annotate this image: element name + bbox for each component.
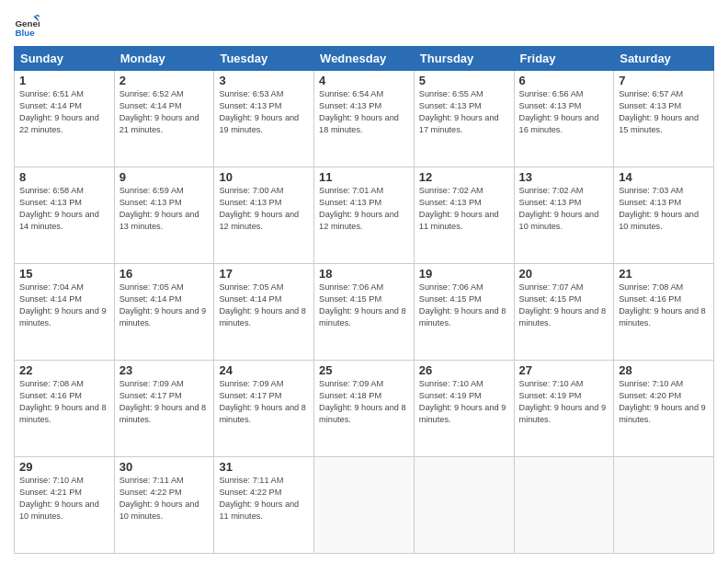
day-number: 9: [119, 170, 210, 184]
day-cell: 28 Sunrise: 7:10 AMSunset: 4:20 PMDaylig…: [614, 361, 714, 457]
day-cell: 18 Sunrise: 7:06 AMSunset: 4:15 PMDaylig…: [314, 264, 415, 361]
day-info: Sunrise: 6:52 AMSunset: 4:14 PMDaylight:…: [119, 89, 199, 134]
week-row-5: 29 Sunrise: 7:10 AMSunset: 4:21 PMDaylig…: [15, 457, 714, 554]
day-info: Sunrise: 6:51 AMSunset: 4:14 PMDaylight:…: [19, 89, 99, 134]
day-cell: 2 Sunrise: 6:52 AMSunset: 4:14 PMDayligh…: [114, 71, 214, 167]
day-info: Sunrise: 7:10 AMSunset: 4:20 PMDaylight:…: [619, 379, 706, 424]
day-cell: 26 Sunrise: 7:10 AMSunset: 4:19 PMDaylig…: [414, 361, 514, 457]
day-info: Sunrise: 6:54 AMSunset: 4:13 PMDaylight:…: [319, 89, 399, 134]
day-number: 13: [519, 170, 609, 184]
day-number: 7: [619, 74, 709, 87]
day-info: Sunrise: 7:05 AMSunset: 4:14 PMDaylight:…: [219, 282, 306, 327]
weekday-header-wednesday: Wednesday: [314, 47, 415, 71]
week-row-3: 15 Sunrise: 7:04 AMSunset: 4:14 PMDaylig…: [15, 264, 714, 361]
weekday-header-thursday: Thursday: [414, 47, 514, 71]
day-cell: [414, 457, 514, 554]
day-info: Sunrise: 7:06 AMSunset: 4:15 PMDaylight:…: [419, 282, 506, 327]
day-info: Sunrise: 7:09 AMSunset: 4:18 PMDaylight:…: [319, 379, 406, 424]
day-info: Sunrise: 6:53 AMSunset: 4:13 PMDaylight:…: [219, 89, 299, 134]
day-number: 17: [219, 267, 309, 281]
day-info: Sunrise: 7:02 AMSunset: 4:13 PMDaylight:…: [419, 186, 499, 231]
day-info: Sunrise: 7:11 AMSunset: 4:22 PMDaylight:…: [219, 476, 299, 521]
day-cell: 6 Sunrise: 6:56 AMSunset: 4:13 PMDayligh…: [514, 71, 614, 167]
day-number: 31: [219, 460, 309, 474]
day-number: 20: [519, 267, 609, 281]
logo: General Blue: [14, 13, 41, 39]
week-row-4: 22 Sunrise: 7:08 AMSunset: 4:16 PMDaylig…: [15, 361, 714, 457]
day-number: 12: [419, 170, 509, 184]
day-number: 3: [219, 74, 309, 87]
day-number: 1: [19, 74, 109, 87]
day-number: 29: [19, 460, 109, 474]
day-cell: 11 Sunrise: 7:01 AMSunset: 4:13 PMDaylig…: [314, 167, 415, 264]
day-number: 30: [119, 460, 210, 474]
day-cell: [514, 457, 614, 554]
day-info: Sunrise: 7:08 AMSunset: 4:16 PMDaylight:…: [619, 282, 706, 327]
calendar-page: General Blue SundayMondayTuesdayWednesda…: [0, 0, 728, 563]
day-number: 19: [419, 267, 509, 281]
day-cell: 5 Sunrise: 6:55 AMSunset: 4:13 PMDayligh…: [414, 71, 514, 167]
day-number: 10: [219, 170, 309, 184]
day-info: Sunrise: 7:09 AMSunset: 4:17 PMDaylight:…: [119, 379, 207, 424]
day-info: Sunrise: 7:06 AMSunset: 4:15 PMDaylight:…: [319, 282, 406, 327]
day-cell: 3 Sunrise: 6:53 AMSunset: 4:13 PMDayligh…: [214, 71, 314, 167]
svg-text:Blue: Blue: [15, 28, 35, 38]
day-info: Sunrise: 6:58 AMSunset: 4:13 PMDaylight:…: [19, 186, 99, 231]
day-info: Sunrise: 7:09 AMSunset: 4:17 PMDaylight:…: [219, 379, 306, 424]
day-number: 4: [319, 74, 409, 87]
day-number: 15: [19, 267, 109, 281]
day-cell: 15 Sunrise: 7:04 AMSunset: 4:14 PMDaylig…: [15, 264, 115, 361]
day-cell: 8 Sunrise: 6:58 AMSunset: 4:13 PMDayligh…: [15, 167, 115, 264]
day-cell: 29 Sunrise: 7:10 AMSunset: 4:21 PMDaylig…: [15, 457, 115, 554]
day-info: Sunrise: 7:10 AMSunset: 4:21 PMDaylight:…: [19, 476, 99, 521]
day-info: Sunrise: 7:01 AMSunset: 4:13 PMDaylight:…: [319, 186, 399, 231]
day-number: 14: [619, 170, 709, 184]
day-cell: 23 Sunrise: 7:09 AMSunset: 4:17 PMDaylig…: [114, 361, 214, 457]
day-number: 25: [319, 363, 409, 377]
day-number: 28: [619, 363, 709, 377]
day-info: Sunrise: 7:04 AMSunset: 4:14 PMDaylight:…: [19, 282, 107, 327]
day-cell: [314, 457, 415, 554]
day-info: Sunrise: 6:56 AMSunset: 4:13 PMDaylight:…: [519, 89, 599, 134]
weekday-header-row: SundayMondayTuesdayWednesdayThursdayFrid…: [15, 47, 714, 71]
day-cell: 4 Sunrise: 6:54 AMSunset: 4:13 PMDayligh…: [314, 71, 415, 167]
day-cell: 31 Sunrise: 7:11 AMSunset: 4:22 PMDaylig…: [214, 457, 314, 554]
day-info: Sunrise: 7:05 AMSunset: 4:14 PMDaylight:…: [119, 282, 207, 327]
day-info: Sunrise: 7:07 AMSunset: 4:15 PMDaylight:…: [519, 282, 607, 327]
day-cell: 12 Sunrise: 7:02 AMSunset: 4:13 PMDaylig…: [414, 167, 514, 264]
day-number: 11: [319, 170, 409, 184]
day-number: 22: [19, 363, 109, 377]
day-cell: [614, 457, 714, 554]
day-number: 8: [19, 170, 109, 184]
weekday-header-friday: Friday: [514, 47, 614, 71]
day-number: 5: [419, 74, 509, 87]
week-row-2: 8 Sunrise: 6:58 AMSunset: 4:13 PMDayligh…: [15, 167, 714, 264]
day-info: Sunrise: 6:59 AMSunset: 4:13 PMDaylight:…: [119, 186, 199, 231]
day-number: 27: [519, 363, 609, 377]
day-cell: 16 Sunrise: 7:05 AMSunset: 4:14 PMDaylig…: [114, 264, 214, 361]
week-row-1: 1 Sunrise: 6:51 AMSunset: 4:14 PMDayligh…: [15, 71, 714, 167]
day-number: 16: [119, 267, 210, 281]
day-cell: 21 Sunrise: 7:08 AMSunset: 4:16 PMDaylig…: [614, 264, 714, 361]
day-cell: 9 Sunrise: 6:59 AMSunset: 4:13 PMDayligh…: [114, 167, 214, 264]
day-info: Sunrise: 7:00 AMSunset: 4:13 PMDaylight:…: [219, 186, 299, 231]
weekday-header-sunday: Sunday: [15, 47, 115, 71]
calendar-table: SundayMondayTuesdayWednesdayThursdayFrid…: [14, 46, 714, 554]
day-cell: 7 Sunrise: 6:57 AMSunset: 4:13 PMDayligh…: [614, 71, 714, 167]
day-cell: 14 Sunrise: 7:03 AMSunset: 4:13 PMDaylig…: [614, 167, 714, 264]
header: General Blue: [14, 9, 714, 39]
day-cell: 17 Sunrise: 7:05 AMSunset: 4:14 PMDaylig…: [214, 264, 314, 361]
logo-icon: General Blue: [14, 13, 40, 39]
day-info: Sunrise: 6:57 AMSunset: 4:13 PMDaylight:…: [619, 89, 699, 134]
weekday-header-monday: Monday: [114, 47, 214, 71]
day-cell: 30 Sunrise: 7:11 AMSunset: 4:22 PMDaylig…: [114, 457, 214, 554]
weekday-header-saturday: Saturday: [614, 47, 714, 71]
day-number: 6: [519, 74, 609, 87]
day-cell: 20 Sunrise: 7:07 AMSunset: 4:15 PMDaylig…: [514, 264, 614, 361]
day-cell: 13 Sunrise: 7:02 AMSunset: 4:13 PMDaylig…: [514, 167, 614, 264]
day-cell: 19 Sunrise: 7:06 AMSunset: 4:15 PMDaylig…: [414, 264, 514, 361]
day-number: 26: [419, 363, 509, 377]
day-info: Sunrise: 7:10 AMSunset: 4:19 PMDaylight:…: [519, 379, 607, 424]
day-cell: 22 Sunrise: 7:08 AMSunset: 4:16 PMDaylig…: [15, 361, 115, 457]
day-cell: 10 Sunrise: 7:00 AMSunset: 4:13 PMDaylig…: [214, 167, 314, 264]
